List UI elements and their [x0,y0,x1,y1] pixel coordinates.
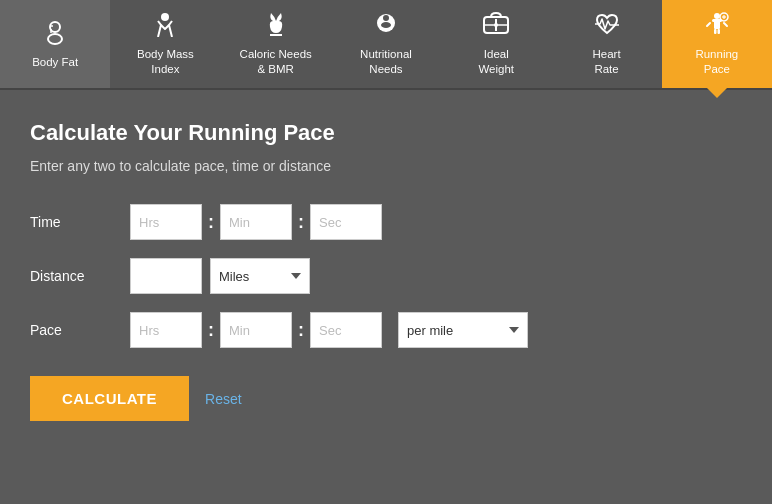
nav-label-body-fat: Body Fat [32,55,78,70]
nav-label-bmi: Body MassIndex [137,47,194,77]
svg-point-2 [51,25,53,27]
nav-label-ideal-weight: IdealWeight [478,47,514,77]
calculate-button[interactable]: CALCULATE [30,376,189,421]
nav-item-bmi[interactable]: Body MassIndex [110,0,220,88]
pace-colon-2: : [292,320,310,341]
pace-row: Pace : : per mile per kilometer [30,312,742,348]
distance-row: Distance Miles Kilometers Meters [30,258,742,294]
page-title: Calculate Your Running Pace [30,120,742,146]
heart-rate-icon [593,11,621,41]
nav-item-body-fat[interactable]: Body Fat [0,0,110,88]
svg-rect-16 [714,21,720,29]
reset-button[interactable]: Reset [205,391,242,407]
svg-rect-19 [717,29,720,34]
pace-colon-1: : [202,320,220,341]
bmi-icon [152,11,178,41]
distance-inputs: Miles Kilometers Meters [130,258,310,294]
distance-unit-select[interactable]: Miles Kilometers Meters [210,258,310,294]
time-hrs-input[interactable] [130,204,202,240]
nav-label-running-pace: RunningPace [695,47,738,77]
svg-point-14 [494,23,498,27]
pace-unit-select[interactable]: per mile per kilometer [398,312,528,348]
distance-value-input[interactable] [130,258,202,294]
svg-line-20 [707,23,710,26]
body-fat-icon [42,19,68,49]
nav-label-heart-rate: HeartRate [592,47,620,77]
pace-inputs: : : per mile per kilometer [130,312,528,348]
distance-label: Distance [30,268,130,284]
nav-label-nutritional: NutritionalNeeds [360,47,412,77]
pace-min-input[interactable] [220,312,292,348]
svg-point-9 [383,15,389,21]
time-row: Time : : [30,204,742,240]
pace-sec-input[interactable] [310,312,382,348]
time-label: Time [30,214,130,230]
nav-item-heart-rate[interactable]: HeartRate [551,0,661,88]
svg-point-15 [714,13,720,19]
svg-rect-18 [714,29,717,34]
time-sec-input[interactable] [310,204,382,240]
running-pace-icon [703,11,731,41]
ideal-weight-icon [482,11,510,41]
svg-line-6 [169,21,172,25]
pace-hrs-input[interactable] [130,312,202,348]
page-subtitle: Enter any two to calculate pace, time or… [30,158,742,174]
pace-label: Pace [30,322,130,338]
time-colon-2: : [292,212,310,233]
svg-point-1 [48,34,62,44]
svg-line-21 [724,23,727,26]
time-min-input[interactable] [220,204,292,240]
svg-line-5 [158,21,161,25]
nav-bar: Body Fat Body MassIndex Caloric Needs& B… [0,0,772,90]
button-row: CALCULATE Reset [30,376,742,421]
nav-item-nutritional[interactable]: NutritionalNeeds [331,0,441,88]
svg-point-10 [381,22,391,28]
nutritional-icon [373,11,399,41]
nav-item-caloric[interactable]: Caloric Needs& BMR [221,0,331,88]
time-colon-1: : [202,212,220,233]
nav-item-ideal-weight[interactable]: IdealWeight [441,0,551,88]
svg-point-4 [161,13,169,21]
nav-label-caloric: Caloric Needs& BMR [240,47,312,77]
time-inputs: : : [130,204,382,240]
main-content: Calculate Your Running Pace Enter any tw… [0,90,772,504]
nav-item-running-pace[interactable]: RunningPace [662,0,772,88]
caloric-icon [263,11,289,41]
